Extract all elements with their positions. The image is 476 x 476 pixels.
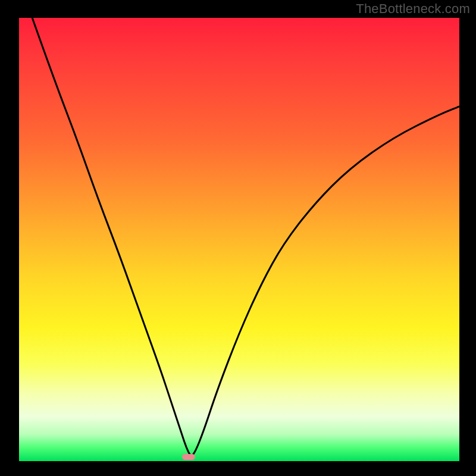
attribution-text: TheBottleneck.com [356,1,470,17]
minimum-marker [182,454,195,460]
curve-svg [19,18,459,461]
chart-frame: TheBottleneck.com [0,0,476,476]
plot-area [19,18,459,461]
bottleneck-curve-path [32,18,459,455]
